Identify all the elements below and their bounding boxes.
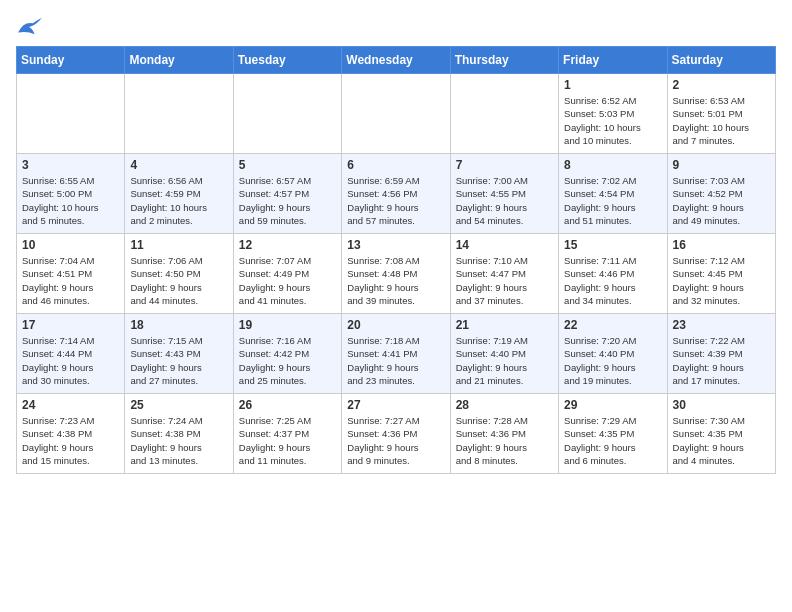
logo [16,16,48,38]
day-number: 22 [564,318,661,332]
day-detail: Sunrise: 7:07 AM Sunset: 4:49 PM Dayligh… [239,254,336,307]
day-detail: Sunrise: 7:06 AM Sunset: 4:50 PM Dayligh… [130,254,227,307]
day-detail: Sunrise: 7:03 AM Sunset: 4:52 PM Dayligh… [673,174,770,227]
calendar-week-row: 17Sunrise: 7:14 AM Sunset: 4:44 PM Dayli… [17,314,776,394]
calendar-cell: 23Sunrise: 7:22 AM Sunset: 4:39 PM Dayli… [667,314,775,394]
page-header [16,16,776,38]
calendar-cell: 6Sunrise: 6:59 AM Sunset: 4:56 PM Daylig… [342,154,450,234]
calendar-cell [125,74,233,154]
calendar-week-row: 24Sunrise: 7:23 AM Sunset: 4:38 PM Dayli… [17,394,776,474]
day-number: 14 [456,238,553,252]
day-number: 29 [564,398,661,412]
day-detail: Sunrise: 7:19 AM Sunset: 4:40 PM Dayligh… [456,334,553,387]
day-number: 13 [347,238,444,252]
logo-icon [16,16,44,38]
day-number: 9 [673,158,770,172]
calendar-cell: 5Sunrise: 6:57 AM Sunset: 4:57 PM Daylig… [233,154,341,234]
day-number: 3 [22,158,119,172]
weekday-header: Friday [559,47,667,74]
day-number: 6 [347,158,444,172]
calendar-cell: 19Sunrise: 7:16 AM Sunset: 4:42 PM Dayli… [233,314,341,394]
day-detail: Sunrise: 7:20 AM Sunset: 4:40 PM Dayligh… [564,334,661,387]
day-number: 15 [564,238,661,252]
calendar-cell: 29Sunrise: 7:29 AM Sunset: 4:35 PM Dayli… [559,394,667,474]
weekday-header: Wednesday [342,47,450,74]
day-number: 25 [130,398,227,412]
day-number: 23 [673,318,770,332]
calendar-cell: 26Sunrise: 7:25 AM Sunset: 4:37 PM Dayli… [233,394,341,474]
calendar-cell: 11Sunrise: 7:06 AM Sunset: 4:50 PM Dayli… [125,234,233,314]
calendar-cell: 22Sunrise: 7:20 AM Sunset: 4:40 PM Dayli… [559,314,667,394]
calendar-cell: 25Sunrise: 7:24 AM Sunset: 4:38 PM Dayli… [125,394,233,474]
calendar-cell [450,74,558,154]
weekday-header-row: SundayMondayTuesdayWednesdayThursdayFrid… [17,47,776,74]
day-detail: Sunrise: 7:15 AM Sunset: 4:43 PM Dayligh… [130,334,227,387]
day-detail: Sunrise: 6:59 AM Sunset: 4:56 PM Dayligh… [347,174,444,227]
weekday-header: Thursday [450,47,558,74]
day-detail: Sunrise: 7:02 AM Sunset: 4:54 PM Dayligh… [564,174,661,227]
day-number: 8 [564,158,661,172]
calendar-week-row: 1Sunrise: 6:52 AM Sunset: 5:03 PM Daylig… [17,74,776,154]
day-number: 11 [130,238,227,252]
day-detail: Sunrise: 7:27 AM Sunset: 4:36 PM Dayligh… [347,414,444,467]
calendar-cell: 7Sunrise: 7:00 AM Sunset: 4:55 PM Daylig… [450,154,558,234]
day-number: 27 [347,398,444,412]
day-detail: Sunrise: 7:29 AM Sunset: 4:35 PM Dayligh… [564,414,661,467]
day-detail: Sunrise: 7:24 AM Sunset: 4:38 PM Dayligh… [130,414,227,467]
day-detail: Sunrise: 7:16 AM Sunset: 4:42 PM Dayligh… [239,334,336,387]
day-detail: Sunrise: 7:14 AM Sunset: 4:44 PM Dayligh… [22,334,119,387]
day-number: 17 [22,318,119,332]
day-number: 30 [673,398,770,412]
day-detail: Sunrise: 6:57 AM Sunset: 4:57 PM Dayligh… [239,174,336,227]
day-detail: Sunrise: 6:55 AM Sunset: 5:00 PM Dayligh… [22,174,119,227]
calendar-week-row: 10Sunrise: 7:04 AM Sunset: 4:51 PM Dayli… [17,234,776,314]
calendar-cell: 8Sunrise: 7:02 AM Sunset: 4:54 PM Daylig… [559,154,667,234]
day-number: 4 [130,158,227,172]
calendar-cell: 17Sunrise: 7:14 AM Sunset: 4:44 PM Dayli… [17,314,125,394]
weekday-header: Monday [125,47,233,74]
day-detail: Sunrise: 7:11 AM Sunset: 4:46 PM Dayligh… [564,254,661,307]
calendar-cell: 27Sunrise: 7:27 AM Sunset: 4:36 PM Dayli… [342,394,450,474]
calendar-cell: 21Sunrise: 7:19 AM Sunset: 4:40 PM Dayli… [450,314,558,394]
calendar-cell: 4Sunrise: 6:56 AM Sunset: 4:59 PM Daylig… [125,154,233,234]
calendar-cell: 30Sunrise: 7:30 AM Sunset: 4:35 PM Dayli… [667,394,775,474]
day-number: 10 [22,238,119,252]
calendar-cell: 12Sunrise: 7:07 AM Sunset: 4:49 PM Dayli… [233,234,341,314]
day-number: 20 [347,318,444,332]
day-number: 24 [22,398,119,412]
day-detail: Sunrise: 7:18 AM Sunset: 4:41 PM Dayligh… [347,334,444,387]
calendar-cell: 13Sunrise: 7:08 AM Sunset: 4:48 PM Dayli… [342,234,450,314]
calendar-cell [233,74,341,154]
day-detail: Sunrise: 7:30 AM Sunset: 4:35 PM Dayligh… [673,414,770,467]
calendar-cell: 2Sunrise: 6:53 AM Sunset: 5:01 PM Daylig… [667,74,775,154]
calendar-cell [342,74,450,154]
calendar-cell: 24Sunrise: 7:23 AM Sunset: 4:38 PM Dayli… [17,394,125,474]
day-detail: Sunrise: 7:23 AM Sunset: 4:38 PM Dayligh… [22,414,119,467]
calendar-cell: 16Sunrise: 7:12 AM Sunset: 4:45 PM Dayli… [667,234,775,314]
day-detail: Sunrise: 6:56 AM Sunset: 4:59 PM Dayligh… [130,174,227,227]
calendar-cell: 28Sunrise: 7:28 AM Sunset: 4:36 PM Dayli… [450,394,558,474]
day-number: 12 [239,238,336,252]
day-detail: Sunrise: 7:08 AM Sunset: 4:48 PM Dayligh… [347,254,444,307]
day-number: 5 [239,158,336,172]
day-detail: Sunrise: 7:00 AM Sunset: 4:55 PM Dayligh… [456,174,553,227]
calendar-cell: 3Sunrise: 6:55 AM Sunset: 5:00 PM Daylig… [17,154,125,234]
day-number: 2 [673,78,770,92]
calendar-table: SundayMondayTuesdayWednesdayThursdayFrid… [16,46,776,474]
calendar-cell: 14Sunrise: 7:10 AM Sunset: 4:47 PM Dayli… [450,234,558,314]
day-number: 21 [456,318,553,332]
weekday-header: Saturday [667,47,775,74]
day-detail: Sunrise: 7:04 AM Sunset: 4:51 PM Dayligh… [22,254,119,307]
calendar-cell: 10Sunrise: 7:04 AM Sunset: 4:51 PM Dayli… [17,234,125,314]
weekday-header: Tuesday [233,47,341,74]
day-detail: Sunrise: 7:22 AM Sunset: 4:39 PM Dayligh… [673,334,770,387]
day-number: 16 [673,238,770,252]
day-number: 7 [456,158,553,172]
calendar-cell: 1Sunrise: 6:52 AM Sunset: 5:03 PM Daylig… [559,74,667,154]
day-number: 28 [456,398,553,412]
day-detail: Sunrise: 6:53 AM Sunset: 5:01 PM Dayligh… [673,94,770,147]
day-detail: Sunrise: 7:28 AM Sunset: 4:36 PM Dayligh… [456,414,553,467]
day-detail: Sunrise: 7:12 AM Sunset: 4:45 PM Dayligh… [673,254,770,307]
calendar-cell: 18Sunrise: 7:15 AM Sunset: 4:43 PM Dayli… [125,314,233,394]
day-number: 1 [564,78,661,92]
